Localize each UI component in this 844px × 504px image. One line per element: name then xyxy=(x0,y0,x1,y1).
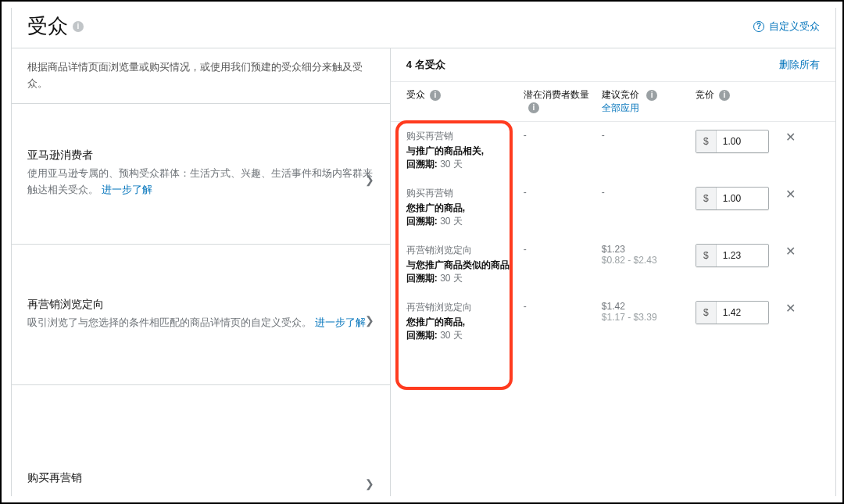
section-desc: 吸引浏览了与您选择的条件相匹配的商品详情页的自定义受众。 进一步了解 xyxy=(27,315,374,331)
col-bid: 竞价 xyxy=(696,88,714,102)
custom-audience-link[interactable]: ? 自定义受众 xyxy=(753,20,820,34)
potential-value: - xyxy=(524,187,602,198)
audience-category: 购买再营销 xyxy=(406,187,465,200)
apply-all-link[interactable]: 全部应用 xyxy=(602,102,689,115)
table-row: 再营销浏览定向 您推广的商品, 回溯期: 30 天 - $1.42 xyxy=(391,293,835,350)
suggested-bid: - xyxy=(602,130,689,141)
remove-all-link[interactable]: 删除所有 xyxy=(779,58,820,72)
currency-symbol: $ xyxy=(696,188,717,209)
info-icon[interactable]: i xyxy=(646,90,657,101)
remove-row-icon[interactable]: ✕ xyxy=(781,187,800,202)
audience-rows: 购买再营销 与推广的商品相关, 回溯期: 30 天 - - xyxy=(391,122,835,496)
audience-count: 4 名受众 xyxy=(406,58,445,72)
remove-row-icon[interactable]: ✕ xyxy=(781,244,800,259)
audience-lookback: 回溯期: 30 天 xyxy=(406,158,484,171)
audience-lookback: 回溯期: 30 天 xyxy=(406,329,472,342)
bid-value[interactable]: 1.42 xyxy=(717,302,768,323)
bid-input[interactable]: $ 1.00 xyxy=(696,130,769,153)
col-audience: 受众 xyxy=(406,88,425,102)
remove-row-icon[interactable]: ✕ xyxy=(781,301,800,316)
bid-value[interactable]: 1.00 xyxy=(717,188,768,209)
info-icon[interactable]: i xyxy=(528,102,539,113)
section-title: 购买再营销 xyxy=(27,471,374,485)
table-header: 受众 i 潜在消费者数量 i 建议竞价 i 全部应用 xyxy=(391,82,835,122)
info-icon[interactable]: i xyxy=(73,21,84,32)
section-purchase-remarketing[interactable]: 购买再营销 ❯ xyxy=(12,385,390,496)
page-title: 受众 i xyxy=(27,13,84,40)
suggested-bid: $1.23 xyxy=(602,244,689,255)
info-icon[interactable]: i xyxy=(430,90,441,101)
table-row: 购买再营销 您推广的商品, 回溯期: 30 天 - - xyxy=(391,179,835,236)
chevron-right-icon: ❯ xyxy=(365,314,374,327)
intro-text: 根据商品详情页面浏览量或购买情况，或使用我们预建的受众细分来触及受众。 xyxy=(27,59,374,92)
section-title: 再营销浏览定向 xyxy=(27,298,374,312)
audience-main: 与您推广商品类似的商品, xyxy=(406,259,512,272)
section-title: 亚马逊消费者 xyxy=(27,148,374,163)
bid-input[interactable]: $ 1.42 xyxy=(696,301,769,324)
currency-symbol: $ xyxy=(696,130,717,152)
audience-lookback: 回溯期: 30 天 xyxy=(406,272,512,285)
bid-value[interactable]: 1.00 xyxy=(717,130,768,152)
chevron-right-icon: ❯ xyxy=(365,477,374,490)
potential-value: - xyxy=(524,301,602,312)
potential-value: - xyxy=(524,244,602,255)
help-icon: ? xyxy=(753,21,764,32)
potential-value: - xyxy=(524,130,602,141)
section-desc: 使用亚马逊专属的、预构受众群体：生活方式、兴趣、生活事件和场内客群来触达相关受众… xyxy=(27,166,374,198)
audience-main: 您推广的商品, xyxy=(406,202,465,215)
info-icon[interactable]: i xyxy=(719,90,730,101)
table-row: 购买再营销 与推广的商品相关, 回溯期: 30 天 - - xyxy=(391,122,835,179)
bid-input[interactable]: $ 1.00 xyxy=(696,187,769,210)
suggested-range: $1.17 - $3.39 xyxy=(602,312,689,323)
selected-audiences-panel: 4 名受众 删除所有 受众 i 潜在消费者数量 i 建议竞价 xyxy=(391,48,835,496)
bid-input[interactable]: $ 1.23 xyxy=(696,244,769,267)
currency-symbol: $ xyxy=(696,302,717,323)
custom-audience-label: 自定义受众 xyxy=(769,20,820,34)
audience-main: 您推广的商品, xyxy=(406,316,472,329)
suggested-range: $0.82 - $2.43 xyxy=(602,255,689,266)
remove-row-icon[interactable]: ✕ xyxy=(781,130,800,145)
section-amazon-shoppers[interactable]: 亚马逊消费者 使用亚马逊专属的、预构受众群体：生活方式、兴趣、生活事件和场内客群… xyxy=(12,104,390,245)
suggested-bid: - xyxy=(602,187,689,198)
suggested-bid: $1.42 xyxy=(602,301,689,312)
section-remarketing-views[interactable]: 再营销浏览定向 吸引浏览了与您选择的条件相匹配的商品详情页的自定义受众。 进一步… xyxy=(12,245,390,385)
audience-category: 再营销浏览定向 xyxy=(406,301,472,314)
intro-section: 根据商品详情页面浏览量或购买情况，或使用我们预建的受众细分来触及受众。 xyxy=(12,48,390,104)
audience-types-panel: 根据商品详情页面浏览量或购买情况，或使用我们预建的受众细分来触及受众。 亚马逊消… xyxy=(12,48,391,496)
audience-main: 与推广的商品相关, xyxy=(406,145,484,158)
learn-more-link[interactable]: 进一步了解 xyxy=(315,316,366,328)
bid-value[interactable]: 1.23 xyxy=(717,245,768,266)
learn-more-link[interactable]: 进一步了解 xyxy=(102,184,152,195)
chevron-right-icon: ❯ xyxy=(365,173,374,186)
audience-category: 购买再营销 xyxy=(406,130,484,143)
table-row: 再营销浏览定向 与您推广商品类似的商品, 回溯期: 30 天 - $1.23 xyxy=(391,236,835,293)
audience-lookback: 回溯期: 30 天 xyxy=(406,215,465,228)
audience-category: 再营销浏览定向 xyxy=(406,244,512,257)
col-suggested: 建议竞价 xyxy=(602,89,639,100)
page-title-text: 受众 xyxy=(27,13,68,40)
col-potential: 潜在消费者数量 xyxy=(524,89,589,100)
currency-symbol: $ xyxy=(696,245,717,266)
